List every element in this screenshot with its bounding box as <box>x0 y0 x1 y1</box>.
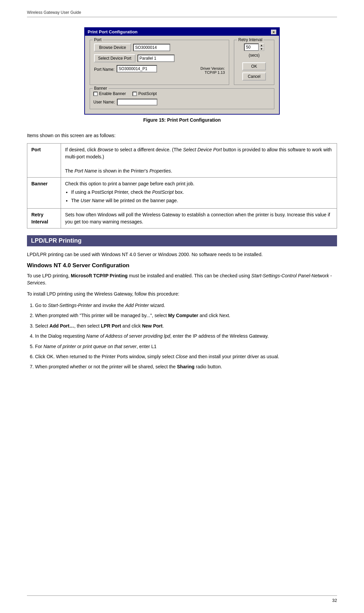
port-name-input[interactable] <box>117 65 157 72</box>
banner-list: If using a PostScript Printer, check the… <box>71 189 333 204</box>
dialog-main-row: Port Browse Device Select Device Port <box>90 40 274 85</box>
figure-caption-text: Figure 15: Print Port Configuration <box>143 117 221 123</box>
device-input[interactable] <box>133 44 170 51</box>
banner-section: Banner Enable Banner PostScript User Nam… <box>90 88 274 109</box>
list-item: Click OK. When returned to the Printer P… <box>35 353 337 360</box>
port-section: Port Browse Device Select Device Port <box>90 40 229 85</box>
header-text: Wireless Gateway User Guide <box>27 10 81 15</box>
banner-group-label: Banner <box>93 86 109 91</box>
list-item: When prompted whether or not the printer… <box>35 363 337 370</box>
subsection-heading: Windows NT 4.0 Server Configuration <box>27 262 337 269</box>
table-row-port: Port If desired, click Browse to select … <box>27 144 337 178</box>
bold-text: Microsoft TCP/IP Printing <box>71 273 128 278</box>
enable-banner-text: Enable Banner <box>99 91 126 96</box>
select-device-port-row: Select Device Port <box>94 54 225 62</box>
port-name-label: Port Name: <box>94 67 115 72</box>
section-heading: LPD/LPR Printing <box>27 235 337 246</box>
select-device-port-button[interactable]: Select Device Port <box>94 54 135 62</box>
retry-term: RetryInterval <box>27 209 61 228</box>
browse-device-row: Browse Device <box>94 43 225 52</box>
port-name-row: Port Name: <box>94 65 197 72</box>
driver-version-label: Driver Version: <box>201 66 225 70</box>
retry-section: Retry Interval ▲ ▼ (secs) OK C <box>234 40 274 85</box>
list-item: If using a PostScript Printer, check the… <box>71 189 333 196</box>
secs-label: (secs) <box>249 53 260 58</box>
ok-cancel-col: OK Cancel <box>242 62 266 81</box>
page-container: Wireless Gateway User Guide Print Port C… <box>0 0 364 613</box>
port-desc: If desired, click Browse to select a dif… <box>61 144 337 178</box>
banner-term: Banner <box>27 178 61 209</box>
port-term: Port <box>27 144 61 178</box>
dialog-box: Print Port Configuration × Port Browse D… <box>84 27 280 115</box>
dialog-titlebar: Print Port Configuration × <box>85 28 279 36</box>
port-group-label: Port <box>93 37 103 42</box>
page-footer: 32 <box>27 595 337 603</box>
cancel-button[interactable]: Cancel <box>242 72 266 81</box>
figure-caption: Figure 15: Print Port Configuration <box>143 117 221 123</box>
retry-spinner: ▲ ▼ <box>244 43 264 51</box>
postscript-text: PostScript <box>138 91 157 96</box>
banner-checkboxes-row: Enable Banner PostScript <box>93 91 271 96</box>
list-item: Select Add Port…, then select LPR Port a… <box>35 322 337 330</box>
intro-text: Items shown on this screen are as follow… <box>27 132 337 139</box>
driver-version-value: TCP/IP 1.13 <box>201 70 225 74</box>
enable-banner-label[interactable]: Enable Banner <box>93 91 126 96</box>
postscript-label[interactable]: PostScript <box>132 91 157 96</box>
list-item: When prompted with "This printer will be… <box>35 312 337 319</box>
retry-input[interactable] <box>244 43 259 51</box>
list-item: Go to Start-Settings-Printer and invoke … <box>35 302 337 309</box>
postscript-checkbox[interactable] <box>132 92 137 96</box>
table-row-banner: Banner Check this option to print a bann… <box>27 178 337 209</box>
dialog-content: Port Browse Device Select Device Port <box>85 36 279 114</box>
retry-desc: Sets how often Windows will poll the Wir… <box>61 209 337 228</box>
ok-button[interactable]: OK <box>242 62 266 70</box>
list-item: For Name of printer or print queue on th… <box>35 343 337 350</box>
driver-version: Driver Version: TCP/IP 1.13 <box>201 66 225 74</box>
list-item: In the Dialog requesting Name of Address… <box>35 332 337 340</box>
banner-desc: Check this option to print a banner page… <box>61 178 337 209</box>
user-name-label: User Name: <box>93 100 115 104</box>
browse-device-button[interactable]: Browse Device <box>94 43 131 52</box>
subsection-intro2: To install LPD printing using the Wirele… <box>27 290 337 298</box>
username-row: User Name: <box>93 99 271 105</box>
dialog-screenshot-area: Print Port Configuration × Port Browse D… <box>27 27 337 129</box>
section-heading-text: LPD/LPR Printing <box>31 237 82 244</box>
port-select-input[interactable] <box>138 55 175 62</box>
retry-group-label: Retry Interval <box>237 37 264 42</box>
enable-banner-checkbox[interactable] <box>93 92 98 96</box>
port-name-area: Port Name: Driver Version: TCP/IP 1.13 <box>94 65 225 74</box>
description-table: Port If desired, click Browse to select … <box>27 143 337 228</box>
subsection-intro1: To use LPD printing, Microsoft TCP/IP Pr… <box>27 272 337 286</box>
spinner-up-button[interactable]: ▲ <box>259 43 264 47</box>
page-header: Wireless Gateway User Guide <box>27 10 337 17</box>
username-input[interactable] <box>117 99 157 105</box>
spinner-down-button[interactable]: ▼ <box>259 47 264 51</box>
list-item: The User Name will be printed on the ban… <box>71 197 333 204</box>
spinner-buttons: ▲ ▼ <box>259 43 264 51</box>
close-icon[interactable]: × <box>271 30 276 34</box>
dialog-title: Print Port Configuration <box>88 29 138 34</box>
page-number: 32 <box>332 598 337 603</box>
steps-list: Go to Start-Settings-Printer and invoke … <box>35 302 337 371</box>
section-intro: LPD/LPR printing can be used with Window… <box>27 251 337 258</box>
table-row-retry: RetryInterval Sets how often Windows wil… <box>27 209 337 228</box>
